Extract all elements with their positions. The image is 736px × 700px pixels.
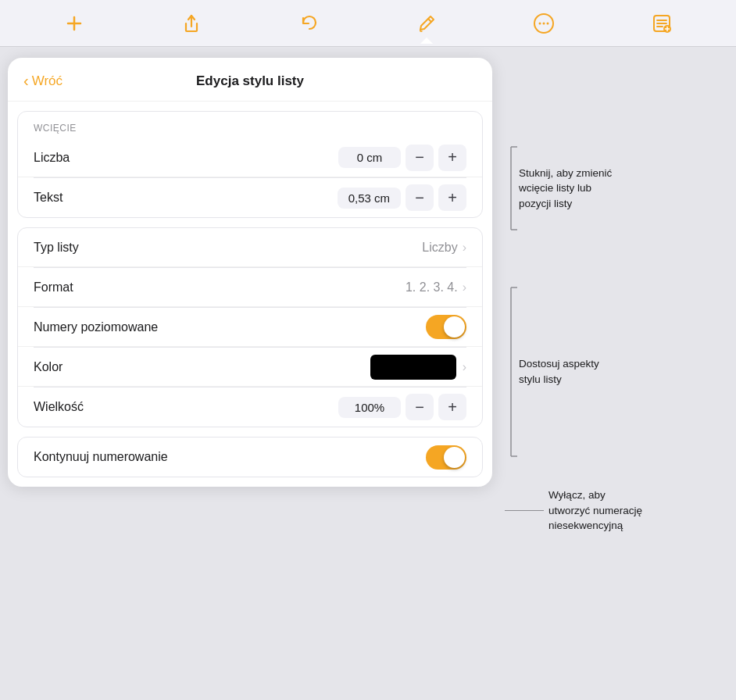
annotation-kontynuuj-text: Wyłącz, aby utworzyć numerację niesekwen… bbox=[548, 488, 642, 534]
typ-listy-label: Typ listy bbox=[34, 241, 422, 255]
tekst-increase-button[interactable]: + bbox=[438, 184, 466, 211]
list-style-group: Typ listy Liczby › Format 1. 2. 3. 4. › bbox=[17, 227, 483, 427]
typ-listy-row[interactable]: Typ listy Liczby › bbox=[18, 228, 482, 267]
numery-toggle-thumb bbox=[444, 316, 465, 338]
format-value: 1. 2. 3. 4. bbox=[406, 280, 458, 295]
typ-listy-value: Liczby bbox=[422, 241, 457, 255]
typ-listy-chevron-icon: › bbox=[463, 241, 466, 255]
tekst-row: Tekst 0,53 cm − + bbox=[18, 178, 482, 217]
more-button[interactable] bbox=[530, 9, 558, 38]
liczba-stepper: 0 cm − + bbox=[338, 145, 466, 171]
undo-button[interactable] bbox=[295, 9, 323, 38]
kontynuuj-toggle-thumb bbox=[444, 447, 465, 468]
tekst-value: 0,53 cm bbox=[338, 188, 401, 209]
wielkosc-stepper: 100% − + bbox=[338, 394, 466, 420]
wielkosc-value: 100% bbox=[338, 397, 401, 418]
share-button[interactable] bbox=[177, 9, 205, 38]
annotation-list-style: Dostosuj aspekty stylu listy bbox=[505, 286, 642, 458]
back-chevron-icon: ‹ bbox=[23, 72, 29, 90]
tekst-decrease-button[interactable]: − bbox=[406, 184, 434, 211]
annotation-kontynuuj: Wyłącz, aby utworzyć numerację niesekwen… bbox=[505, 488, 642, 534]
panel-body: WCIĘCIE Liczba 0 cm − + bbox=[8, 111, 492, 477]
kolor-row[interactable]: Kolor › bbox=[18, 348, 482, 387]
svg-point-6 bbox=[547, 22, 549, 24]
panel-header: ‹ Wróć Edycja stylu listy bbox=[8, 58, 492, 102]
toolbar bbox=[0, 0, 736, 47]
kolor-label: Kolor bbox=[34, 360, 370, 374]
annotations-area: Stuknij, aby zmienić wcięcie listy lub p… bbox=[492, 58, 642, 700]
add-button[interactable] bbox=[60, 9, 88, 38]
indent-section-label: WCIĘCIE bbox=[18, 112, 482, 138]
svg-point-4 bbox=[539, 22, 541, 24]
numery-label: Numery poziomowane bbox=[34, 320, 426, 334]
main-content: ‹ Wróć Edycja stylu listy WCIĘCIE Liczba… bbox=[0, 47, 736, 700]
numery-toggle[interactable] bbox=[426, 315, 466, 339]
annotation-indent: Stuknij, aby zmienić wcięcie listy lub p… bbox=[505, 145, 642, 231]
kontynuuj-row: Kontynuuj numerowanie bbox=[18, 438, 482, 477]
annotation-list-style-text: Dostosuj aspekty stylu listy bbox=[519, 356, 599, 387]
brush-button[interactable] bbox=[413, 9, 441, 38]
kontynuuj-toggle[interactable] bbox=[426, 445, 466, 470]
back-button[interactable]: ‹ Wróć bbox=[23, 72, 63, 90]
wielkosc-decrease-button[interactable]: − bbox=[406, 394, 434, 420]
liczba-row: Liczba 0 cm − + bbox=[18, 138, 482, 177]
format-label: Format bbox=[34, 280, 406, 295]
indent-bracket-icon bbox=[505, 145, 519, 231]
kolor-chevron-icon: › bbox=[463, 360, 466, 374]
wielkosc-increase-button[interactable]: + bbox=[438, 394, 466, 420]
tekst-label: Tekst bbox=[34, 191, 338, 205]
format-chevron-icon: › bbox=[463, 280, 466, 295]
liczba-label: Liczba bbox=[34, 151, 338, 165]
wielkosc-label: Wielkość bbox=[34, 400, 338, 414]
edit-list-style-panel: ‹ Wróć Edycja stylu listy WCIĘCIE Liczba… bbox=[8, 58, 492, 487]
back-label: Wróć bbox=[32, 73, 63, 89]
callout-line-icon bbox=[505, 510, 544, 511]
annotation-indent-text: Stuknij, aby zmienić wcięcie listy lub p… bbox=[519, 166, 612, 212]
format-row[interactable]: Format 1. 2. 3. 4. › bbox=[18, 268, 482, 307]
list-style-bracket-icon bbox=[505, 286, 519, 458]
panel-title: Edycja stylu listy bbox=[196, 73, 304, 89]
kontynuuj-label: Kontynuuj numerowanie bbox=[34, 450, 426, 464]
svg-point-5 bbox=[543, 22, 545, 24]
kolor-swatch bbox=[370, 355, 456, 380]
notes-button[interactable] bbox=[648, 9, 676, 38]
wielkosc-row: Wielkość 100% − + bbox=[18, 388, 482, 427]
indent-group: WCIĘCIE Liczba 0 cm − + bbox=[17, 111, 483, 218]
tekst-stepper: 0,53 cm − + bbox=[338, 184, 466, 211]
panel: ‹ Wróć Edycja stylu listy WCIĘCIE Liczba… bbox=[8, 58, 492, 700]
liczba-value: 0 cm bbox=[338, 147, 401, 168]
liczba-increase-button[interactable]: + bbox=[438, 145, 466, 171]
liczba-decrease-button[interactable]: − bbox=[406, 145, 434, 171]
numery-row: Numery poziomowane bbox=[18, 308, 482, 347]
kontynuuj-group: Kontynuuj numerowanie bbox=[17, 437, 483, 477]
